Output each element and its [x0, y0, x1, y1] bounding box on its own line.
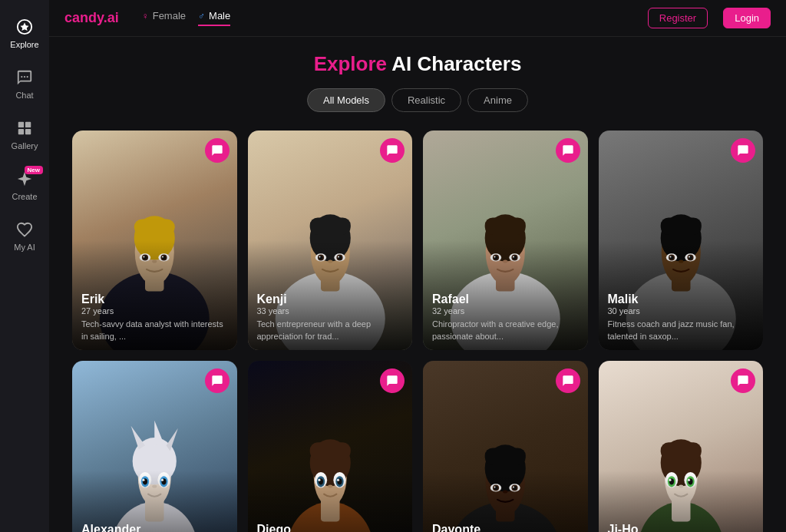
char-image-diego: Diego 29 years Financial analyst in Hong…: [248, 361, 413, 532]
male-label: Male: [209, 10, 230, 21]
char-name-davonte: Davonte: [432, 523, 579, 532]
char-name-jiho: Ji-Ho: [608, 523, 755, 532]
page-title: Explore AI Characters: [72, 52, 763, 76]
char-card-alexander[interactable]: Alexander 24 years Philanthropist from a…: [72, 361, 237, 532]
register-button[interactable]: Register: [648, 8, 708, 28]
svg-rect-14: [134, 219, 175, 234]
char-name-erik: Erik: [81, 292, 228, 306]
sidebar-label-my-ai: My AI: [14, 243, 35, 252]
gender-tab-female[interactable]: ♀ Female: [142, 10, 186, 26]
svg-rect-6: [25, 122, 31, 127]
char-info-malik: Malik 30 years Fitness coach and jazz mu…: [599, 285, 764, 350]
filter-all-models[interactable]: All Models: [307, 88, 385, 112]
login-button[interactable]: Login: [723, 8, 771, 28]
char-card-kenji[interactable]: Kenji 33 years Tech entrepreneur with a …: [248, 131, 413, 350]
my-ai-icon: [15, 220, 35, 240]
char-info-diego: Diego 29 years Financial analyst in Hong…: [248, 515, 413, 532]
sidebar-label-create: Create: [12, 192, 37, 201]
char-image-malik: Malik 30 years Fitness coach and jazz mu…: [599, 131, 764, 350]
char-image-erik: Erik 27 years Tech-savvy data analyst wi…: [72, 131, 237, 350]
new-badge: New: [25, 166, 43, 174]
sidebar-label-chat: Chat: [15, 91, 33, 100]
page-title-rest: AI Characters: [387, 52, 521, 75]
char-image-rafael: Rafael 32 years Chiropractor with a crea…: [423, 131, 588, 350]
page-title-highlight: Explore: [314, 52, 387, 75]
char-image-alexander: Alexander 24 years Philanthropist from a…: [72, 361, 237, 532]
char-name-alexander: Alexander: [81, 523, 228, 532]
chat-button-malik[interactable]: [731, 138, 755, 163]
char-desc-malik: Fitness coach and jazz music fan, talent…: [608, 319, 755, 342]
sidebar: Explore Chat Gallery New: [0, 0, 49, 532]
sidebar-label-explore: Explore: [10, 40, 38, 49]
char-name-kenji: Kenji: [257, 292, 404, 306]
char-desc-rafael: Chiropractor with a creative edge, passi…: [432, 319, 579, 342]
svg-marker-74: [131, 426, 145, 450]
sidebar-item-my-ai[interactable]: My AI: [3, 212, 46, 259]
char-info-jiho: Ji-Ho 29 years Mechanical engineer who l…: [599, 515, 764, 532]
svg-rect-7: [18, 129, 24, 134]
char-name-rafael: Rafael: [432, 292, 579, 306]
svg-rect-5: [18, 122, 24, 127]
chat-button-erik[interactable]: [205, 138, 230, 163]
char-name-diego: Diego: [257, 523, 404, 532]
svg-rect-91: [309, 442, 350, 459]
char-info-rafael: Rafael 32 years Chiropractor with a crea…: [423, 285, 588, 350]
logo-domain: .ai: [104, 10, 119, 25]
chat-button-rafael[interactable]: [556, 138, 580, 163]
svg-rect-44: [485, 217, 526, 234]
char-info-erik: Erik 27 years Tech-savvy data analyst wi…: [72, 285, 237, 350]
chat-button-diego[interactable]: [380, 368, 405, 393]
male-icon: ♂: [198, 11, 205, 21]
explore-icon: [15, 17, 35, 37]
char-card-erik[interactable]: Erik 27 years Tech-savvy data analyst wi…: [72, 131, 237, 350]
char-card-rafael[interactable]: Rafael 32 years Chiropractor with a crea…: [423, 131, 588, 350]
char-info-alexander: Alexander 24 years Philanthropist from a…: [72, 515, 237, 532]
main-area: candy.ai ♀ Female ♂ Male Register Login …: [49, 0, 786, 532]
svg-rect-121: [660, 442, 701, 459]
filter-anime[interactable]: Anime: [467, 88, 528, 112]
logo: candy.ai: [64, 10, 119, 26]
char-age-erik: 27 years: [81, 306, 228, 316]
logo-brand: candy: [64, 10, 104, 25]
characters-grid: Erik 27 years Tech-savvy data analyst wi…: [72, 131, 763, 532]
char-age-kenji: 33 years: [257, 306, 404, 316]
chat-button-kenji[interactable]: [380, 138, 405, 163]
gender-tab-male[interactable]: ♂ Male: [198, 10, 230, 26]
svg-rect-29: [309, 217, 350, 234]
char-card-diego[interactable]: Diego 29 years Financial analyst in Hong…: [248, 361, 413, 532]
char-image-kenji: Kenji 33 years Tech entrepreneur with a …: [248, 131, 413, 350]
chat-button-jiho[interactable]: [731, 368, 755, 393]
char-info-davonte: Davonte 28 years English teacher in Toky…: [423, 515, 588, 532]
chat-button-alexander[interactable]: [205, 368, 230, 393]
svg-marker-1: [21, 23, 29, 31]
female-label: Female: [153, 10, 186, 21]
char-age-rafael: 32 years: [432, 306, 579, 316]
svg-rect-59: [660, 217, 701, 234]
sidebar-item-gallery[interactable]: Gallery: [3, 111, 46, 158]
filter-realistic[interactable]: Realistic: [391, 88, 461, 112]
female-icon: ♀: [142, 11, 149, 21]
svg-point-3: [24, 76, 25, 78]
char-image-davonte: Davonte 28 years English teacher in Toky…: [423, 361, 588, 532]
sidebar-item-chat[interactable]: Chat: [3, 60, 46, 107]
sidebar-item-explore[interactable]: Explore: [3, 9, 46, 57]
svg-marker-75: [154, 421, 163, 446]
char-age-malik: 30 years: [608, 306, 755, 316]
svg-rect-106: [485, 448, 526, 464]
sidebar-item-create[interactable]: New Create: [3, 161, 46, 209]
svg-rect-8: [25, 129, 31, 134]
char-card-jiho[interactable]: Ji-Ho 29 years Mechanical engineer who l…: [599, 361, 764, 532]
svg-point-4: [27, 76, 28, 78]
char-card-davonte[interactable]: Davonte 28 years English teacher in Toky…: [423, 361, 588, 532]
char-info-kenji: Kenji 33 years Tech entrepreneur with a …: [248, 285, 413, 350]
filter-tabs: All Models Realistic Anime: [72, 88, 763, 112]
gender-tabs: ♀ Female ♂ Male: [142, 10, 231, 26]
char-image-jiho: Ji-Ho 29 years Mechanical engineer who l…: [599, 361, 764, 532]
char-desc-kenji: Tech entrepreneur with a deep appreciati…: [257, 319, 404, 342]
char-name-malik: Malik: [608, 292, 755, 306]
char-card-malik[interactable]: Malik 30 years Fitness coach and jazz mu…: [599, 131, 764, 350]
topbar: candy.ai ♀ Female ♂ Male Register Login: [49, 0, 786, 37]
chat-button-davonte[interactable]: [556, 368, 580, 393]
content-area: Explore AI Characters All Models Realist…: [49, 37, 786, 532]
svg-point-2: [21, 76, 22, 78]
